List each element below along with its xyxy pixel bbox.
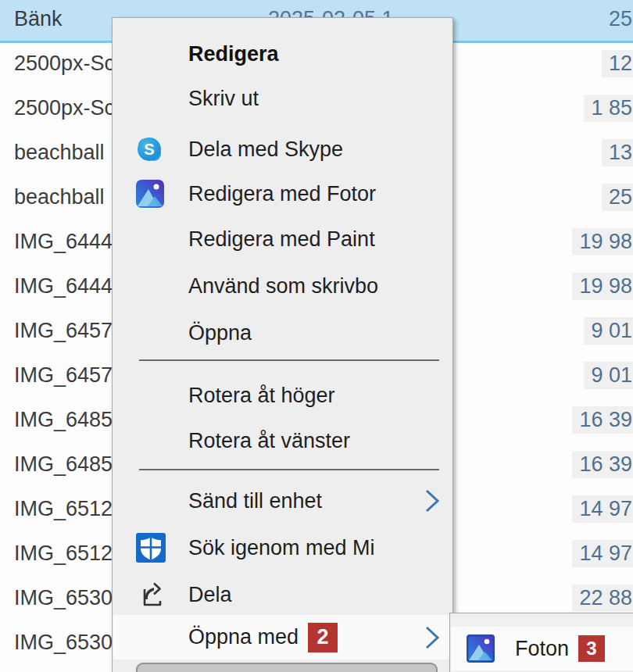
menu-item-label: Öppna med (188, 625, 299, 649)
menu-item-label: Skriv ut (188, 87, 259, 111)
defender-shield-icon (136, 533, 166, 563)
file-name[interactable]: IMG_6457 (14, 309, 112, 353)
file-size: 25 (602, 0, 633, 41)
skype-icon: S (136, 136, 163, 163)
menu-item-label: Redigera med Paint (188, 227, 375, 252)
photos-icon (136, 180, 164, 208)
next-menu-item-frame (136, 663, 438, 672)
chevron-right-icon (424, 625, 441, 650)
file-size: 9 01 (584, 353, 633, 398)
file-name[interactable]: 2500px-Sc (14, 86, 112, 130)
file-size: 16 39 (572, 442, 633, 487)
file-name[interactable]: beachball (14, 175, 105, 220)
file-name[interactable]: IMG_6530 (14, 576, 112, 620)
file-name[interactable]: beachball (14, 130, 105, 175)
menu-item-oppna-med[interactable]: Öppna med 2 (113, 615, 452, 659)
file-size: 12 (602, 41, 633, 86)
menu-separator (139, 469, 439, 470)
file-name[interactable]: IMG_6530 (14, 620, 112, 665)
photos-icon (467, 634, 495, 663)
menu-item-sand-till-enhet[interactable]: Sänd till enhet (113, 479, 452, 523)
menu-separator (139, 359, 439, 361)
menu-item-label: Sänd till enhet (188, 489, 322, 513)
explorer-file-list-view: Bänk 2500px-Sc 2500px-Sc beachball beach… (0, 0, 633, 672)
menu-item-label: Öppna (188, 321, 252, 345)
open-with-submenu: Foton 3 (449, 613, 633, 672)
menu-item-skriv-ut[interactable]: Skriv ut (113, 77, 452, 120)
menu-item-label: Rotera åt höger (188, 384, 335, 408)
file-name[interactable]: IMG_6444 (14, 264, 112, 309)
menu-item-oppna[interactable]: Öppna (113, 311, 452, 355)
file-name[interactable]: Bänk (14, 0, 63, 41)
svg-text:S: S (144, 141, 154, 158)
chevron-right-icon (424, 488, 441, 513)
file-name[interactable]: IMG_6512 (14, 531, 112, 576)
file-size: 14 97 (572, 487, 633, 531)
file-size: 1 85 (584, 86, 633, 130)
menu-item-label: Dela med Skype (188, 138, 343, 162)
menu-item-rotera-at-hoger[interactable]: Rotera åt höger (113, 374, 452, 417)
file-name[interactable]: 2500px-Sc (14, 41, 112, 86)
file-name[interactable]: IMG_6485 (14, 398, 112, 442)
annotation-badge-2: 2 (308, 623, 338, 652)
submenu-item-label: Foton (515, 637, 569, 661)
share-icon (136, 579, 167, 610)
file-name[interactable]: IMG_6444 (14, 220, 112, 264)
file-size: 25 (602, 175, 633, 220)
menu-item-label: Redigera (188, 42, 279, 66)
file-size: 19 98 (572, 220, 633, 264)
menu-item-dela[interactable]: Dela (113, 573, 452, 617)
annotation-badge-3: 3 (578, 635, 605, 662)
file-name[interactable]: IMG_6457 (14, 353, 112, 398)
file-size: 14 97 (572, 531, 633, 576)
menu-item-redigera-med-fotor[interactable]: Redigera med Fotor (113, 172, 452, 216)
menu-item-redigera[interactable]: Redigera (113, 32, 452, 76)
menu-item-label: Rotera åt vänster (188, 429, 350, 453)
file-name[interactable]: IMG_6512 (14, 487, 112, 531)
menu-item-sok-igenom-med-microsoft-defender[interactable]: Sök igenom med Mi (113, 526, 452, 570)
menu-item-rotera-at-vanster[interactable]: Rotera åt vänster (113, 419, 452, 463)
file-size: 9 01 (584, 309, 633, 353)
menu-item-label: Dela (188, 583, 232, 607)
menu-item-label: Använd som skrivbo (188, 274, 378, 298)
menu-item-dela-med-skype[interactable]: S Dela med Skype (113, 127, 452, 171)
file-size: 19 98 (572, 264, 633, 309)
menu-item-label: Sök igenom med Mi (188, 536, 375, 560)
menu-item-anvand-som-skrivbordsunderlagg[interactable]: Använd som skrivbo (113, 264, 452, 308)
submenu-item-foton[interactable]: Foton 3 (451, 627, 633, 670)
context-menu: Redigera Skriv ut S Dela med Skype (112, 17, 453, 672)
menu-item-label: Redigera med Fotor (188, 182, 376, 206)
menu-item-redigera-med-paint[interactable]: Redigera med Paint (113, 217, 452, 261)
file-size: 13 (602, 130, 633, 175)
file-name[interactable]: IMG_6485 (14, 442, 112, 487)
file-size: 16 39 (572, 398, 633, 442)
